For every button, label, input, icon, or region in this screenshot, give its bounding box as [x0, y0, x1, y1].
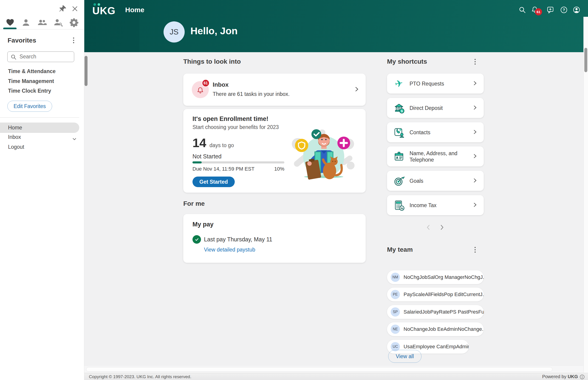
shortcut-contacts[interactable]: Contacts — [387, 122, 484, 142]
footer: Copyright © 1997-2023. UKG Inc. All righ… — [84, 373, 588, 380]
tab-people-icon[interactable] — [37, 18, 47, 28]
things-to-look-into-title: Things to look into — [183, 58, 241, 65]
shortcuts-kebab-menu-icon[interactable] — [475, 59, 476, 65]
enrollment-subtitle: Start choosing your benefits for 2023 — [193, 124, 279, 130]
chevron-right-icon — [472, 202, 478, 209]
inbox-count-badge: 61 — [202, 79, 210, 87]
enrollment-due-row: Due Nov 14, 11:59 PM EST 10% — [193, 166, 284, 172]
tabs-divider — [0, 29, 84, 29]
avatar: SP — [391, 307, 400, 317]
svg-text:?: ? — [563, 8, 565, 12]
inbox-card[interactable]: 61 Inbox There are 61 tasks in your inbo… — [183, 74, 366, 106]
greeting-text: Hello, Jon — [190, 25, 237, 37]
tab-person-key-icon[interactable] — [53, 18, 63, 28]
chevron-right-icon — [472, 178, 478, 184]
info-icon[interactable] — [580, 374, 585, 380]
shortcut-goals[interactable]: Goals — [387, 171, 484, 191]
enrollment-progress-bar — [193, 161, 284, 163]
chevron-right-icon — [354, 86, 360, 93]
help-icon[interactable]: ? — [559, 5, 568, 14]
edit-favorites-button[interactable]: Edit Favorites — [7, 101, 52, 112]
shortcuts-prev-page-icon[interactable] — [425, 224, 433, 232]
favorites-panel-title: Favorites — [8, 37, 36, 44]
enrollment-title: It's open Enrollment time! — [193, 115, 268, 123]
sidebar-item-home[interactable]: Home — [0, 123, 79, 133]
team-kebab-menu-icon[interactable] — [475, 247, 476, 253]
close-icon[interactable] — [71, 5, 79, 13]
days-number: 14 — [193, 136, 206, 150]
sidebar-item-logout[interactable]: Logout — [0, 142, 79, 152]
search-icon — [11, 54, 17, 60]
svg-text:%: % — [400, 207, 403, 210]
svg-text:$: $ — [401, 109, 403, 113]
enrollment-due-date: Due Nov 14, 11:59 PM EST — [193, 166, 254, 172]
get-started-button[interactable]: Get Started — [193, 176, 235, 187]
inbox-card-title: Inbox — [213, 81, 229, 88]
check-circle-icon — [193, 235, 201, 244]
favorite-item-time-clock-entry[interactable]: Time Clock Entry — [8, 88, 51, 94]
pin-icon[interactable] — [59, 5, 67, 13]
days-label: days to go — [210, 142, 234, 149]
vertical-scrollbar — [583, 17, 588, 373]
header-hero: UKG Home 61 ? JS Hello, Jon — [84, 0, 588, 52]
pto-plane-icon: ✈ — [393, 78, 405, 90]
view-all-button[interactable]: View all — [388, 350, 422, 363]
logo-text: UKG — [92, 5, 116, 17]
team-member-pill[interactable]: NM NoChgJobSalOrg ManagerNoChgJ... — [387, 270, 484, 284]
tab-settings-gear-icon[interactable] — [69, 18, 79, 28]
shortcut-name-address-telephone[interactable]: Name, Address, and Telephone — [387, 146, 484, 167]
ukg-home-page: UKG Home 61 ? JS Hello, Jon — [0, 0, 588, 380]
sidebar-scrollbar-thumb[interactable] — [85, 56, 88, 86]
shortcut-direct-deposit[interactable]: $ Direct Deposit — [387, 98, 484, 118]
team-member-pill[interactable]: PE PayScaleAllFieldsPop EditCurrentJ... — [387, 287, 484, 301]
inbox-bell-circle: 61 — [192, 81, 209, 98]
bell-icon — [196, 86, 205, 96]
favorites-sidebar: Favorites Time & Attendance Time Managem… — [0, 0, 84, 380]
favorites-search — [7, 52, 74, 62]
my-team-title: My team — [387, 246, 413, 253]
favorite-item-time-attendance[interactable]: Time & Attendance — [8, 68, 55, 75]
enrollment-progress-fill — [193, 161, 202, 163]
team-member-pill[interactable]: NE NoChangeJob EeAdminNoChange... — [387, 322, 484, 336]
team-member-pill[interactable]: SP SalariedJobPayRatePS PastPresFu... — [387, 305, 484, 319]
enrollment-card: It's open Enrollment time! Start choosin… — [183, 109, 366, 193]
horizontal-scrollbar — [84, 366, 583, 373]
account-icon[interactable] — [572, 5, 581, 14]
enrollment-status: Not Started — [193, 153, 221, 160]
shortcut-income-tax[interactable]: % Income Tax — [387, 195, 484, 215]
avatar: NM — [391, 273, 400, 282]
view-paystub-link[interactable]: View detailed paystub — [204, 247, 255, 253]
horizontal-scrollbar-thumb[interactable] — [86, 367, 552, 372]
avatar: NE — [391, 324, 400, 334]
search-input[interactable] — [19, 52, 72, 62]
nav-logout-label: Logout — [8, 144, 24, 150]
my-pay-title: My pay — [193, 221, 214, 228]
my-pay-card: My pay Last pay Thursday, May 11 View de… — [183, 214, 366, 263]
chevron-right-icon — [472, 105, 478, 111]
income-tax-calculator-icon: % — [393, 199, 405, 211]
goals-target-icon — [393, 175, 405, 187]
enrollment-illustration — [291, 129, 355, 180]
shortcuts-next-page-icon[interactable] — [438, 224, 447, 232]
enrollment-percent: 10% — [274, 166, 284, 172]
last-pay-text: Last pay Thursday, May 11 — [204, 236, 272, 243]
search-icon[interactable] — [518, 5, 527, 14]
chevron-right-icon — [472, 153, 478, 160]
tab-person-icon[interactable] — [21, 18, 31, 28]
for-me-title: For me — [183, 200, 205, 207]
nav-inbox-label: Inbox — [8, 134, 21, 140]
tab-favorites-heart-icon[interactable] — [5, 18, 15, 28]
page-title: Home — [125, 6, 144, 14]
notification-count-badge: 61 — [535, 8, 542, 15]
avatar: PE — [391, 290, 400, 299]
id-card-icon — [393, 151, 405, 163]
favorites-kebab-menu-icon[interactable] — [73, 38, 74, 43]
sidebar-item-inbox[interactable]: Inbox — [0, 132, 79, 142]
ukg-logo: UKG — [92, 2, 120, 16]
feedback-chat-icon[interactable] — [546, 5, 555, 14]
favorite-item-time-management[interactable]: Time Management — [8, 78, 54, 84]
vertical-scrollbar-thumb[interactable] — [584, 48, 587, 72]
shortcut-pto-requests[interactable]: ✈ PTO Requests — [387, 74, 484, 94]
inbox-card-subtitle: There are 61 tasks in your inbox. — [213, 91, 290, 97]
my-shortcuts-title: My shortcuts — [387, 58, 427, 65]
